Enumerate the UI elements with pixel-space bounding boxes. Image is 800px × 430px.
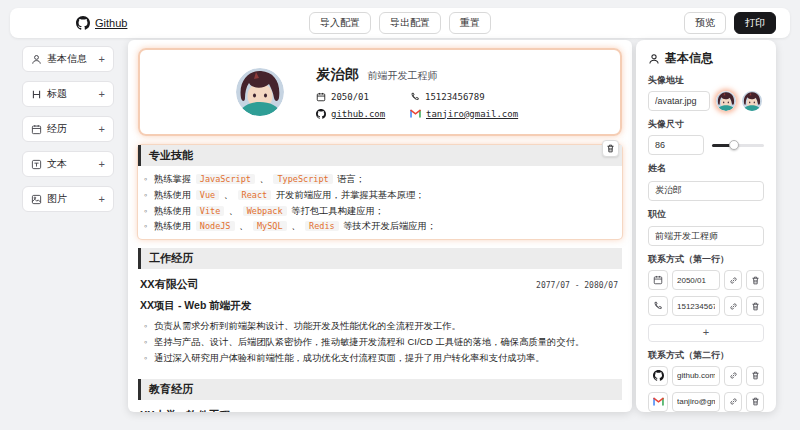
skill-item: 熟练使用 NodeJS 、 MySQL 、 Redis 等技术开发后端应用； xyxy=(154,220,614,234)
avatar-shape-round-option[interactable] xyxy=(716,91,736,111)
heading-h-icon xyxy=(31,89,42,100)
reset-button[interactable]: 重置 xyxy=(449,12,491,34)
contact-value-input[interactable] xyxy=(672,366,720,386)
contact-link-button[interactable] xyxy=(724,296,742,316)
sidebar-item-label: 基本信息 xyxy=(47,52,87,66)
add-block-plus: + xyxy=(99,53,105,65)
add-block-plus: + xyxy=(99,193,105,205)
sidebar-item-heading[interactable]: 标题 + xyxy=(22,81,114,107)
trash-icon xyxy=(606,144,615,153)
skills-heading: 专业技能 xyxy=(138,145,622,166)
avatar-size-input[interactable] xyxy=(648,135,704,155)
avatar-shape-square-option[interactable] xyxy=(742,91,762,111)
skills-section-block[interactable]: 专业技能 熟练掌握 JavaScript 、 TypeScript 语言； 熟练… xyxy=(138,145,622,239)
contact-email-link[interactable]: tanjiro@gmail.com xyxy=(410,109,518,119)
github-logo-icon xyxy=(76,16,90,30)
contact-link-button[interactable] xyxy=(724,270,742,290)
contact-icon-picker-gmail[interactable] xyxy=(648,392,668,412)
print-button[interactable]: 打印 xyxy=(734,12,776,34)
preview-button[interactable]: 预览 xyxy=(684,12,726,34)
job-title-input[interactable] xyxy=(648,226,764,246)
contact-value-input[interactable] xyxy=(672,270,720,290)
sidebar-item-basic-info[interactable]: 基本信息 + xyxy=(22,46,114,72)
resume-header-text: 炭治郎 前端开发工程师 2050/01 15123456789 github.c… xyxy=(316,66,518,119)
image-icon xyxy=(31,194,42,205)
education-heading: 教育经历 xyxy=(138,379,622,400)
education-section-block[interactable]: 教育经历 XX大学 - 软件工程 2073/07 - 2077/07 xyxy=(138,379,622,412)
skill-item: 熟练使用 Vite 、 Webpack 等打包工具构建应用； xyxy=(154,205,614,219)
person-icon xyxy=(648,53,660,65)
contact-date: 2050/01 xyxy=(316,92,410,102)
contact-row xyxy=(648,270,764,290)
resume-job-title: 前端开发工程师 xyxy=(368,69,438,83)
phone-icon xyxy=(410,92,420,102)
panel-title: 基本信息 xyxy=(665,50,713,67)
work-period: 2077/07 - 2080/07 xyxy=(536,281,618,290)
sidebar-item-text[interactable]: 文本 + xyxy=(22,151,114,177)
resume-basic-info-block[interactable]: 炭治郎 前端开发工程师 2050/01 15123456789 github.c… xyxy=(138,48,622,136)
contact-delete-button[interactable] xyxy=(746,296,764,316)
contact-value-input[interactable] xyxy=(672,296,720,316)
contact-github-link[interactable]: github.com xyxy=(316,109,410,119)
contacts-row2-label: 联系方式（第二行） xyxy=(648,349,764,362)
person-icon xyxy=(31,54,42,65)
calendar-icon xyxy=(316,92,326,102)
project-title: XX项目 - Web 前端开发 xyxy=(138,292,622,313)
sidebar-item-image[interactable]: 图片 + xyxy=(22,186,114,212)
school-name: XX大学 - 软件工程 xyxy=(140,408,230,412)
block-library-sidebar: 基本信息 + 标题 + 经历 + 文本 + 图片 + xyxy=(22,46,114,212)
resume-name: 炭治郎 xyxy=(316,66,360,84)
job-label: 职位 xyxy=(648,208,764,221)
delete-block-button[interactable] xyxy=(602,140,619,157)
contacts-row1-label: 联系方式（第一行） xyxy=(648,253,764,266)
name-input[interactable] xyxy=(648,181,764,201)
import-config-button[interactable]: 导入配置 xyxy=(309,12,371,34)
contact-icon-picker-calendar[interactable] xyxy=(648,270,668,290)
contact-delete-button[interactable] xyxy=(746,270,764,290)
output-actions: 预览 打印 xyxy=(684,12,776,34)
avatar-url-input[interactable] xyxy=(648,91,710,111)
basic-info-settings-panel: 基本信息 头像地址 头像尺寸 姓名 职位 联系方式（第一行） + 联系方式（第 xyxy=(636,40,776,412)
config-actions: 导入配置 导出配置 重置 xyxy=(309,12,491,34)
sidebar-item-label: 经历 xyxy=(47,122,67,136)
avatar-size-slider[interactable] xyxy=(712,140,764,150)
contact-delete-button[interactable] xyxy=(746,366,764,386)
resume-contacts: 2050/01 15123456789 github.com tanjiro@g… xyxy=(316,92,518,119)
contact-link-button[interactable] xyxy=(724,392,742,412)
add-block-plus: + xyxy=(99,123,105,135)
contact-row xyxy=(648,296,764,316)
export-config-button[interactable]: 导出配置 xyxy=(379,12,441,34)
work-bullet: 负责从需求分析到前端架构设计、功能开发及性能优化的全流程开发工作。 xyxy=(154,320,614,334)
skill-item: 熟练掌握 JavaScript 、 TypeScript 语言； xyxy=(154,173,614,187)
topbar: Github 导入配置 导出配置 重置 预览 打印 xyxy=(10,8,790,38)
contact-row xyxy=(648,366,764,386)
contact-delete-button[interactable] xyxy=(746,392,764,412)
brand-link[interactable]: Github xyxy=(76,16,127,30)
contact-icon-picker-phone[interactable] xyxy=(648,296,668,316)
text-icon xyxy=(31,159,42,170)
add-contact-row1-button[interactable]: + xyxy=(648,324,764,342)
contact-link-button[interactable] xyxy=(724,366,742,386)
company-name: XX有限公司 xyxy=(140,277,199,292)
skill-item: 熟练使用 Vue 、 React 开发前端应用，并掌握其基本原理； xyxy=(154,189,614,203)
calendar-icon xyxy=(31,124,42,135)
slider-thumb[interactable] xyxy=(729,140,739,150)
contact-value-input[interactable] xyxy=(672,392,720,412)
add-block-plus: + xyxy=(99,88,105,100)
work-section-block[interactable]: 工作经历 XX有限公司 2077/07 - 2080/07 XX项目 - Web… xyxy=(138,248,622,370)
sidebar-item-label: 文本 xyxy=(47,157,67,171)
github-icon xyxy=(316,109,326,119)
avatar xyxy=(236,68,284,116)
sidebar-item-experience[interactable]: 经历 + xyxy=(22,116,114,142)
gmail-icon xyxy=(410,109,421,118)
work-bullet: 坚持与产品、设计、后端团队紧密协作，推动敏捷开发流程和 CI/CD 工具链的落地… xyxy=(154,336,614,350)
contact-row xyxy=(648,392,764,412)
work-heading: 工作经历 xyxy=(138,248,622,269)
skills-list: 熟练掌握 JavaScript 、 TypeScript 语言； 熟练使用 Vu… xyxy=(138,166,622,239)
add-block-plus: + xyxy=(99,158,105,170)
sidebar-item-label: 图片 xyxy=(47,192,67,206)
avatar-size-label: 头像尺寸 xyxy=(648,118,764,131)
work-bullet: 通过深入研究用户体验和前端性能，成功优化支付流程页面，提升了用户转化率和支付成功… xyxy=(154,352,614,366)
contact-icon-picker-github[interactable] xyxy=(648,366,668,386)
brand-label: Github xyxy=(95,17,127,29)
